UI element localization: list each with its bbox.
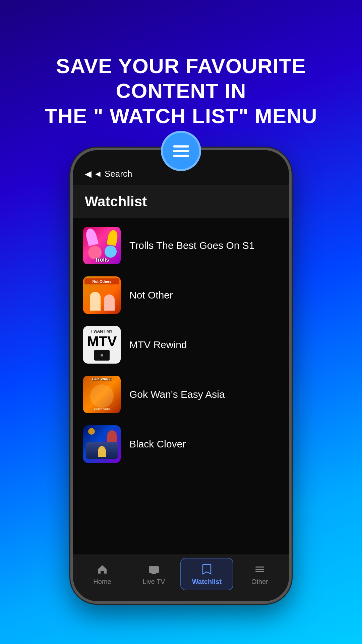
mtv-title: MTV Rewind [129, 339, 187, 351]
svg-rect-2 [173, 155, 189, 157]
nav-item-home[interactable]: Home [76, 557, 128, 591]
watchlist-icon [200, 562, 214, 576]
volume-button-down [71, 241, 73, 264]
nav-item-livetv[interactable]: Live TV [128, 557, 180, 591]
title-line2: THE " WATCH LIST" MENU [27, 104, 335, 128]
list-item[interactable]: I WANT MY MTV MTV Rewind [73, 320, 289, 370]
bottom-nav: Home Live TV Watchlis [73, 554, 289, 601]
phone-screen: ◀ ◄ Search Watchlist Trolls Trolls The B… [73, 150, 289, 601]
watchlist-nav-label: Watchlist [192, 578, 222, 586]
svg-rect-6 [255, 569, 264, 570]
other-icon [253, 562, 266, 576]
watchlist-title: Watchlist [85, 194, 147, 209]
mtv-tv-icon [94, 350, 110, 361]
blackclover-title: Black Clover [129, 438, 186, 450]
svg-rect-4 [152, 573, 156, 574]
back-arrow[interactable]: ◀ [85, 169, 92, 179]
list-item[interactable]: Not Others Not Other [73, 270, 289, 320]
not-others-badge: Not Others [84, 278, 119, 284]
title-line1: SAVE YOUR FAVOURITE CONTENT IN [27, 54, 335, 104]
nav-item-watchlist[interactable]: Watchlist [180, 558, 233, 590]
watchlist-header: Watchlist [73, 185, 289, 218]
notothers-title: Not Other [129, 289, 173, 301]
gokwan-thumbnail: GOK WAN'S EASY ASIA [83, 376, 121, 413]
volume-button-up [71, 211, 73, 234]
gokwan-title: Gok Wan's Easy Asia [129, 389, 225, 400]
mtv-logo-text: MTV [87, 334, 117, 348]
search-label[interactable]: ◄ Search [94, 169, 132, 179]
home-label: Home [93, 578, 111, 586]
livetv-label: Live TV [142, 578, 165, 586]
page-title: SAVE YOUR FAVOURITE CONTENT IN THE " WAT… [0, 54, 362, 128]
home-icon [96, 562, 109, 576]
notothers-thumbnail: Not Others [83, 276, 121, 314]
trolls-title: Trolls The Best Goes On S1 [129, 240, 255, 251]
svg-rect-5 [255, 567, 264, 568]
svg-rect-3 [149, 566, 159, 573]
mtv-thumbnail: I WANT MY MTV [83, 326, 121, 364]
power-button [289, 224, 291, 258]
blackclover-thumbnail [83, 425, 121, 463]
trolls-thumbnail: Trolls [83, 227, 121, 264]
list-item[interactable]: Trolls Trolls The Best Goes On S1 [73, 221, 289, 270]
nav-item-other[interactable]: Other [234, 557, 286, 591]
other-label: Other [251, 578, 268, 586]
svg-rect-1 [173, 150, 189, 152]
svg-rect-0 [173, 145, 189, 148]
watchlist-circle-icon [161, 131, 201, 171]
svg-rect-7 [255, 571, 264, 572]
content-list: Trolls Trolls The Best Goes On S1 Not Ot… [73, 218, 289, 554]
mtv-want-my: I WANT MY [91, 329, 112, 334]
list-item[interactable]: Black Clover [73, 419, 289, 469]
livetv-icon [147, 562, 161, 576]
phone-frame: ◀ ◄ Search Watchlist Trolls Trolls The B… [70, 148, 292, 604]
trolls-label: Trolls [83, 257, 121, 263]
list-item[interactable]: GOK WAN'S EASY ASIA Gok Wan's Easy Asia [73, 370, 289, 419]
